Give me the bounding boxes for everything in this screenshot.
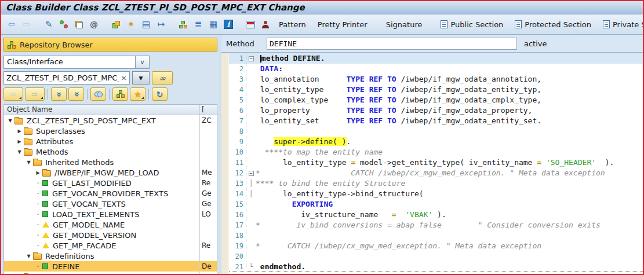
code-line[interactable]: 17* iv_bind_conversions = abap_false " C… — [229, 220, 643, 230]
code-line[interactable]: 8 — [229, 126, 643, 137]
code-line[interactable]: 14│ lo_entity_type->bind_structure( — [229, 189, 643, 199]
where-used-button[interactable] — [109, 17, 123, 31]
private-section-button[interactable]: Private Section — [598, 20, 644, 29]
tree-node-label[interactable]: Inherited Methods — [45, 158, 114, 167]
code-line[interactable]: 2 DATA: — [229, 64, 643, 74]
forward-button[interactable]: ⇨ — [20, 17, 34, 31]
repository-browser-header[interactable]: Repository Browser — [3, 38, 217, 52]
tree-node-label[interactable]: Methods — [36, 148, 68, 156]
tree-node-label[interactable]: LOAD_TEXT_ELEMENTS — [52, 210, 139, 219]
tree-node-label[interactable]: /IWBEP/IF_MGW_MED_LOAD — [54, 168, 159, 177]
tree-node-label[interactable]: Types — [36, 273, 57, 274]
code-line[interactable]: 16 iv_structure_name = 'VBAK' ). — [229, 210, 643, 220]
code-line[interactable]: 5 lo_complex_type TYPE REF TO /iwbep/if_… — [229, 95, 643, 105]
code-line[interactable]: 20 — [229, 251, 643, 262]
code-line[interactable]: 15 EXPORTING — [229, 199, 643, 210]
code-line[interactable]: 12−* CATCH /iwbep/cx_mgw_med_exception. … — [229, 168, 643, 178]
code-line[interactable]: 3 lo_annotation TYPE REF TO /iwbep/if_mg… — [229, 74, 643, 85]
pattern-wand-button[interactable]: ✶ — [124, 17, 138, 31]
tree-node-label[interactable]: GET_VOCAN_TEXTS — [52, 200, 126, 208]
code-line[interactable]: 6 lo_property TYPE REF TO /iwbep/if_mgw_… — [229, 105, 643, 116]
code-line[interactable]: 19* CATCH /iwbep/cx_mgw_med_exception. "… — [229, 241, 643, 251]
refresh-button[interactable]: ↻ — [152, 87, 168, 101]
tree-row[interactable]: ▶Attributes — [4, 136, 217, 146]
tree-row[interactable]: ·GET_MP_FACADERe — [4, 240, 217, 251]
tree-row[interactable]: ▶Types — [4, 272, 217, 274]
tree-node-label[interactable]: GET_MODEL_NAME — [53, 221, 125, 229]
expand-arrow-icon[interactable]: ▶ — [15, 129, 24, 134]
code-line[interactable]: 10 ****to map the entity name — [229, 147, 643, 157]
chevron-down-icon[interactable]: ∨ — [136, 56, 150, 69]
tree-row[interactable]: ·DEFINEDe — [4, 261, 217, 272]
collapse-arrow-icon[interactable]: ▼ — [6, 118, 14, 123]
object-name-column-header[interactable]: Object Name — [4, 105, 199, 115]
tree-row[interactable]: ·GET_VOCAN_TEXTSGe — [4, 199, 217, 209]
copy-button[interactable] — [72, 17, 86, 31]
tree-row[interactable]: ▼Redefinitions — [4, 251, 217, 261]
tree-row[interactable]: ·GET_MODEL_NAME — [4, 219, 217, 230]
pretty-printer-button[interactable]: Pretty Printer — [312, 20, 373, 29]
code-line[interactable]: 18 — [229, 230, 643, 241]
activate-button[interactable]: @ — [87, 17, 101, 31]
object-list-button[interactable] — [176, 17, 190, 31]
pretty-printer-icon-button[interactable]: ▤ — [139, 17, 153, 31]
tree-row[interactable]: ▶Superclasses — [4, 126, 217, 136]
tree-row[interactable]: ▼Inherited Methods — [4, 157, 217, 167]
tree-row[interactable]: ▶/IWBEP/IF_MGW_MED_LOADMe — [4, 167, 217, 178]
tree-node-label[interactable]: GET_MODEL_VERSION — [53, 231, 136, 240]
display-object-button[interactable]: ∞ — [152, 71, 173, 85]
nav-forward-button[interactable]: ⇨ — [25, 87, 45, 101]
tree-row[interactable]: ▼ZCL_ZTEST_PI_SD_POST_MPC_EXTZC — [4, 115, 217, 126]
collapse-arrow-icon[interactable]: ▼ — [24, 160, 33, 165]
nav-back-button[interactable]: ⇦ — [3, 87, 23, 101]
navigate-button[interactable]: ↦ — [154, 17, 168, 31]
fold-collapse-icon[interactable]: − — [249, 56, 254, 61]
tree-node-label[interactable]: Redefinitions — [45, 252, 94, 261]
code-line[interactable]: 11 lo_entity_type = model->get_entity_ty… — [229, 157, 643, 168]
expand-arrow-icon[interactable]: ▶ — [34, 170, 42, 175]
tree-row[interactable]: ·LOAD_TEXT_ELEMENTSLO — [4, 209, 217, 219]
object-name-input[interactable] — [6, 74, 119, 82]
category-select[interactable]: Class/Interface ∨ — [3, 56, 150, 69]
sort-button[interactable]: ≣ — [191, 17, 205, 31]
tree-node-label[interactable]: DEFINE — [52, 262, 79, 271]
expand-all-button[interactable]: » — [51, 87, 67, 101]
table-view-button[interactable]: ▦ — [206, 17, 220, 31]
back-button[interactable]: ⇦ — [5, 17, 19, 31]
test-screen-button[interactable] — [243, 17, 257, 31]
display-change-button[interactable]: ✎ — [42, 17, 56, 31]
refresh-object-button[interactable] — [57, 17, 71, 31]
description-column-header[interactable]: [ — [199, 105, 217, 115]
code-line[interactable]: 7 lo_entity_set TYPE REF TO /iwbep/if_mg… — [229, 116, 643, 126]
tree-node-label[interactable]: GET_VOCAN_PROVIDER_TEXTS — [52, 189, 168, 198]
collapse-all-button[interactable]: « — [68, 87, 84, 101]
history-dropdown-button[interactable]: ▼ — [132, 71, 150, 85]
tree-node-label[interactable]: Superclasses — [36, 127, 85, 135]
tree-node-label[interactable]: GET_LAST_MODIFIED — [52, 179, 132, 188]
code-line[interactable]: 21└ endmethod. — [229, 262, 643, 272]
collapse-arrow-icon[interactable]: ▼ — [24, 254, 33, 259]
debug-user-button[interactable] — [259, 17, 272, 31]
info-button[interactable]: i — [221, 17, 235, 31]
fold-collapse-icon[interactable]: − — [249, 171, 254, 176]
signature-button[interactable]: Signature — [381, 20, 428, 29]
tree-row[interactable]: ·GET_LAST_MODIFIEDRe — [4, 178, 217, 188]
public-section-button[interactable]: Public Section — [435, 20, 508, 29]
display-hierarchy-button[interactable] — [112, 87, 128, 101]
code-line[interactable]: 13│**** to bind the entity Structure — [229, 178, 643, 189]
pattern-button[interactable]: Pattern — [274, 20, 311, 29]
tree-node-label[interactable]: GET_MP_FACADE — [53, 241, 116, 250]
method-name-input[interactable] — [267, 38, 517, 50]
collapse-arrow-icon[interactable]: ▼ — [15, 149, 24, 155]
code-line[interactable]: 4 lo_entity_type TYPE REF TO /iwbep/if_m… — [229, 85, 643, 95]
tree-node-label[interactable]: ZCL_ZTEST_PI_SD_POST_MPC_EXT — [27, 116, 156, 125]
find-button[interactable] — [90, 87, 106, 101]
code-line[interactable]: 9 super->define( ). — [229, 137, 643, 147]
tree-row[interactable]: ·GET_VOCAN_PROVIDER_TEXTSGe — [4, 188, 217, 199]
tree-row[interactable]: ▼Methods — [4, 146, 217, 157]
clear-icon[interactable]: × — [119, 74, 127, 82]
expand-arrow-icon[interactable]: ▶ — [15, 139, 24, 144]
favorites-button[interactable]: ★ — [130, 87, 145, 101]
tree-row[interactable]: ·GET_MODEL_VERSION — [4, 230, 217, 240]
code-editor[interactable]: 1− method DEFINE.2 DATA:3 lo_annotation … — [221, 53, 643, 274]
